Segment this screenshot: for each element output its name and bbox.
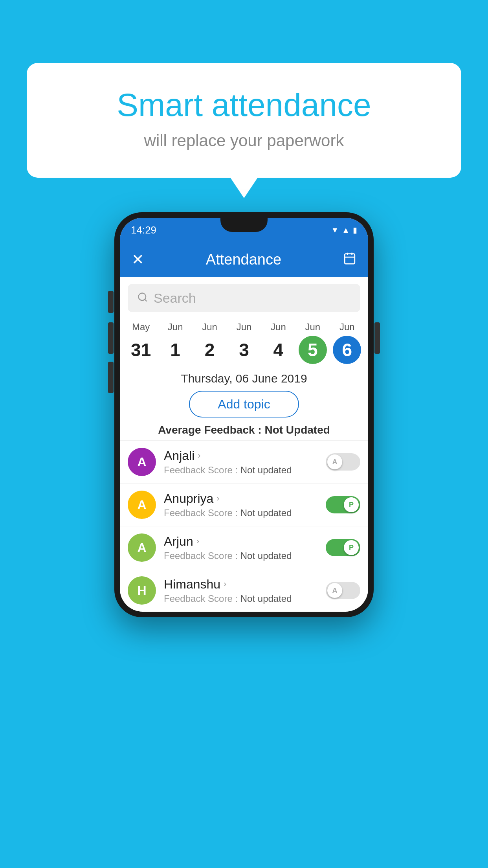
toggle-himanshu[interactable]: A bbox=[326, 582, 360, 599]
svg-line-5 bbox=[145, 299, 147, 301]
chevron-icon: › bbox=[224, 579, 226, 589]
student-item-2[interactable]: AArjun ›Feedback Score : Not updatedP bbox=[120, 526, 368, 569]
avatar-arjun: A bbox=[128, 533, 156, 562]
feedback-score-1: Feedback Score : Not updated bbox=[164, 508, 326, 519]
student-info-2: Arjun ›Feedback Score : Not updated bbox=[164, 534, 326, 561]
calendar-icon[interactable] bbox=[343, 252, 356, 268]
student-info-3: Himanshu ›Feedback Score : Not updated bbox=[164, 577, 326, 604]
student-item-3[interactable]: HHimanshu ›Feedback Score : Not updatedA bbox=[120, 569, 368, 612]
close-button[interactable]: ✕ bbox=[132, 251, 144, 268]
calendar-row: May31Jun1Jun2Jun3Jun4Jun5Jun6 bbox=[120, 316, 368, 364]
feedback-score-0: Feedback Score : Not updated bbox=[164, 465, 326, 476]
student-info-1: Anupriya ›Feedback Score : Not updated bbox=[164, 491, 326, 519]
wifi-icon: ▼ bbox=[331, 226, 339, 235]
battery-icon: ▮ bbox=[353, 225, 357, 235]
status-bar: 14:29 ▼ ▲ ▮ bbox=[120, 218, 368, 242]
search-bar[interactable]: Search bbox=[128, 284, 360, 312]
app-header: ✕ Attendance bbox=[120, 242, 368, 277]
status-icons: ▼ ▲ ▮ bbox=[331, 225, 357, 235]
chevron-icon: › bbox=[216, 493, 219, 504]
student-name-1: Anupriya › bbox=[164, 491, 326, 506]
notch bbox=[220, 218, 268, 232]
student-list: AAnjali ›Feedback Score : Not updatedAAA… bbox=[120, 440, 368, 612]
speech-bubble-container: Smart attendance will replace your paper… bbox=[27, 63, 461, 178]
volume-down-button bbox=[108, 362, 114, 393]
student-info-0: Anjali ›Feedback Score : Not updated bbox=[164, 449, 326, 476]
chevron-icon: › bbox=[196, 536, 199, 546]
calendar-day-1[interactable]: Jun1 bbox=[158, 322, 192, 364]
toggle-anupriya[interactable]: P bbox=[326, 496, 360, 513]
student-name-3: Himanshu › bbox=[164, 577, 326, 592]
speech-bubble: Smart attendance will replace your paper… bbox=[27, 63, 461, 178]
signal-icon: ▲ bbox=[342, 226, 350, 235]
avatar-anupriya: A bbox=[128, 491, 156, 519]
bubble-title: Smart attendance bbox=[58, 86, 430, 123]
calendar-day-2[interactable]: Jun2 bbox=[193, 322, 227, 364]
header-title: Attendance bbox=[206, 251, 281, 268]
add-topic-button[interactable]: Add topic bbox=[189, 391, 299, 417]
power-button bbox=[374, 322, 380, 354]
avatar-himanshu: H bbox=[128, 576, 156, 605]
feedback-score-3: Feedback Score : Not updated bbox=[164, 593, 326, 604]
average-feedback: Average Feedback : Not Updated bbox=[120, 424, 368, 436]
toggle-anjali[interactable]: A bbox=[326, 453, 360, 471]
calendar-day-6[interactable]: Jun6 bbox=[330, 322, 364, 364]
status-time: 14:29 bbox=[131, 224, 156, 236]
phone-mockup: 14:29 ▼ ▲ ▮ ✕ Attendance bbox=[114, 212, 374, 617]
toggle-arjun[interactable]: P bbox=[326, 539, 360, 556]
volume-up-button bbox=[108, 322, 114, 354]
student-name-0: Anjali › bbox=[164, 449, 326, 463]
calendar-day-4[interactable]: Jun4 bbox=[261, 322, 295, 364]
feedback-score-2: Feedback Score : Not updated bbox=[164, 550, 326, 561]
chevron-icon: › bbox=[198, 451, 200, 461]
svg-rect-0 bbox=[345, 254, 355, 264]
phone-outer: 14:29 ▼ ▲ ▮ ✕ Attendance bbox=[114, 212, 374, 617]
calendar-day-5[interactable]: Jun5 bbox=[295, 322, 330, 364]
search-icon bbox=[137, 292, 148, 304]
student-name-2: Arjun › bbox=[164, 534, 326, 549]
selected-date-label: Thursday, 06 June 2019 bbox=[120, 372, 368, 385]
mute-button bbox=[108, 291, 114, 313]
phone-screen: 14:29 ▼ ▲ ▮ ✕ Attendance bbox=[120, 218, 368, 612]
search-placeholder: Search bbox=[154, 291, 196, 306]
student-item-1[interactable]: AAnupriya ›Feedback Score : Not updatedP bbox=[120, 483, 368, 526]
avatar-anjali: A bbox=[128, 448, 156, 476]
calendar-day-3[interactable]: Jun3 bbox=[227, 322, 261, 364]
student-item-0[interactable]: AAnjali ›Feedback Score : Not updatedA bbox=[120, 440, 368, 483]
calendar-day-0[interactable]: May31 bbox=[124, 322, 158, 364]
svg-point-4 bbox=[139, 293, 146, 301]
bubble-subtitle: will replace your paperwork bbox=[58, 131, 430, 150]
